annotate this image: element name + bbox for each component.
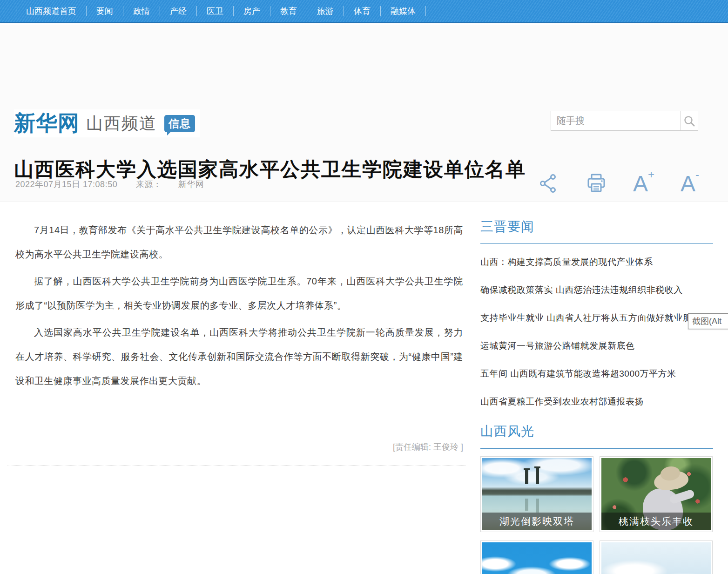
pagoda-shape bbox=[525, 470, 528, 484]
article-body: 7月14日，教育部发布《关于高水平公共卫生学院建设高校名单的公示》，认定山西医科… bbox=[15, 218, 463, 396]
sidebar: 三晋要闻 山西：构建支撑高质量发展的现代产业体系 确保减税政策落实 山西惩治违法… bbox=[480, 218, 713, 574]
nav-item-jiaoyu[interactable]: 教育 bbox=[270, 6, 307, 16]
info-badge: 信息 bbox=[164, 115, 195, 132]
font-decrease-button[interactable]: A- bbox=[681, 174, 699, 194]
source-label: 来源： bbox=[136, 180, 162, 189]
photo-thumb-sky-1[interactable] bbox=[480, 540, 593, 574]
top-navigation: 山西频道首页 要闻 政情 产经 医卫 房产 教育 旅游 体育 融媒体 bbox=[0, 0, 728, 23]
lake-pagodas-image: 湖光倒影映双塔 bbox=[482, 458, 592, 530]
sky-image bbox=[482, 542, 592, 574]
photo-thumb-peach[interactable]: 桃满枝头乐丰收 bbox=[600, 456, 713, 532]
nav-item-rongmeiti[interactable]: 融媒体 bbox=[380, 6, 426, 16]
search-box bbox=[551, 111, 698, 131]
publish-date: 2022年07月15日 17:08:50 bbox=[15, 180, 117, 189]
article-paragraph: 7月14日，教育部发布《关于高水平公共卫生学院建设高校名单的公示》，认定山西医科… bbox=[15, 218, 463, 266]
source-value[interactable]: 新华网 bbox=[178, 180, 204, 189]
nav-item-zhengqing[interactable]: 政情 bbox=[123, 6, 160, 16]
nav-item-fangchan[interactable]: 房产 bbox=[233, 6, 270, 16]
news-list-item[interactable]: 运城黄河一号旅游公路铺就发展新底色 bbox=[480, 339, 713, 352]
news-list-item[interactable]: 山西：构建支撑高质量发展的现代产业体系 bbox=[480, 255, 713, 269]
news-list: 山西：构建支撑高质量发展的现代产业体系 确保减税政策落实 山西惩治违法违规组织非… bbox=[480, 255, 713, 408]
pagoda-reflection bbox=[536, 499, 539, 513]
nav-item-tiyu[interactable]: 体育 bbox=[344, 6, 380, 16]
photo-thumb-lake[interactable]: 湖光倒影映双塔 bbox=[480, 456, 593, 532]
site-logo[interactable]: 新华网 山西频道 信息 bbox=[14, 109, 200, 137]
article-paragraph: 据了解，山西医科大学公共卫生学院前身为山西医学院卫生系。70年来，山西医科大学公… bbox=[15, 269, 463, 317]
peach-harvest-image: 桃满枝头乐丰收 bbox=[601, 458, 711, 530]
screenshot-tooltip: 截图(Alt bbox=[688, 313, 728, 329]
news-list-item[interactable]: 五年间 山西既有建筑节能改造将超3000万平方米 bbox=[480, 367, 713, 380]
font-increase-button[interactable]: A+ bbox=[633, 174, 654, 194]
search-icon bbox=[683, 115, 695, 127]
photo-caption: 桃满枝头乐丰收 bbox=[601, 513, 711, 530]
photo-caption: 湖光倒影映双塔 bbox=[482, 513, 592, 530]
nav-item-lvyou[interactable]: 旅游 bbox=[307, 6, 344, 16]
editor-credit: [责任编辑: 王俊玲 ] bbox=[15, 441, 463, 452]
sidebar-news-heading[interactable]: 三晋要闻 bbox=[480, 218, 713, 244]
news-list-item[interactable]: 确保减税政策落实 山西惩治违法违规组织非税收入 bbox=[480, 283, 713, 297]
news-list-item[interactable]: 山西省夏粮工作受到农业农村部通报表扬 bbox=[480, 395, 713, 408]
font-increase-label: A+ bbox=[633, 174, 654, 194]
nav-item-yiwei[interactable]: 医卫 bbox=[196, 6, 233, 16]
article-paragraph: 入选国家高水平公共卫生学院建设名单，山西医科大学将推动公共卫生学院新一轮高质量发… bbox=[15, 320, 463, 393]
share-icon bbox=[538, 173, 559, 194]
channel-name: 山西频道 bbox=[86, 112, 157, 135]
nav-item-home[interactable]: 山西频道首页 bbox=[16, 6, 86, 16]
article-divider bbox=[7, 466, 465, 466]
font-decrease-label: A- bbox=[681, 174, 699, 194]
photo-grid: 湖光倒影映双塔 桃满枝头乐丰收 bbox=[480, 456, 713, 574]
photo-thumb-sky-2[interactable] bbox=[600, 540, 713, 574]
pagoda-shape bbox=[536, 468, 539, 484]
share-button[interactable] bbox=[538, 173, 559, 194]
hat-shape bbox=[653, 469, 689, 492]
print-icon bbox=[586, 173, 607, 194]
nav-item-chanjing[interactable]: 产经 bbox=[160, 6, 196, 16]
search-input[interactable] bbox=[551, 111, 680, 130]
sidebar-gallery-heading[interactable]: 山西风光 bbox=[480, 423, 713, 449]
print-button[interactable] bbox=[586, 173, 607, 194]
article-actions: A+ A- bbox=[538, 173, 699, 194]
article-meta: 2022年07月15日 17:08:50 来源： 新华网 bbox=[15, 179, 204, 190]
pagoda-reflection bbox=[525, 499, 528, 511]
news-list-item[interactable]: 支持毕业生就业 山西省人社厅将从五方面做好就业服务 bbox=[480, 311, 713, 324]
xinhuanet-logo[interactable]: 新华网 bbox=[14, 109, 80, 138]
sky-image bbox=[601, 542, 711, 574]
nav-item-yaowen[interactable]: 要闻 bbox=[86, 6, 123, 16]
article-header: 新华网 山西频道 信息 山西医科大学入选国家高水平公共卫生学院建设单位名单 20… bbox=[0, 25, 728, 202]
search-button[interactable] bbox=[680, 111, 698, 130]
